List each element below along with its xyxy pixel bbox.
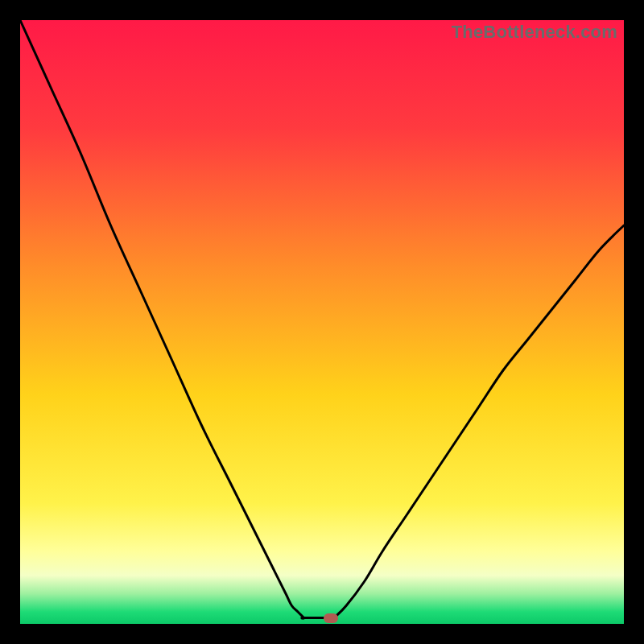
bottleneck-curve <box>20 20 624 624</box>
plot-area: TheBottleneck.com <box>20 20 624 624</box>
optimal-point-marker <box>324 613 338 623</box>
outer-frame: TheBottleneck.com <box>0 0 644 644</box>
